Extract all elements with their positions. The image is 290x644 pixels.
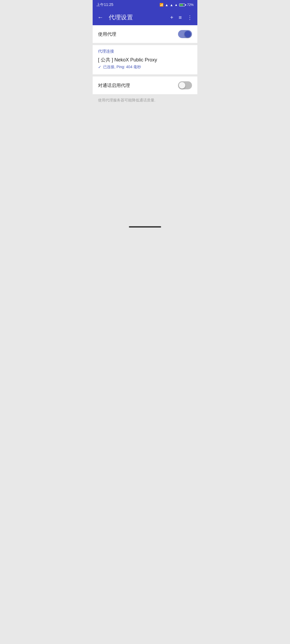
proxy-name: [ 公共 ] NekoX Public Proxy <box>98 57 192 63</box>
content: 使用代理 代理连接 [ 公共 ] NekoX Public Proxy ✓ 已连… <box>93 25 197 223</box>
proxy-section-title: 代理连接 <box>98 49 192 54</box>
battery-percent: 72% <box>187 3 194 7</box>
add-button[interactable]: + <box>168 12 176 23</box>
proxy-connection-section[interactable]: 代理连接 [ 公共 ] NekoX Public Proxy ✓ 已连接, Pi… <box>93 45 197 74</box>
calls-note: 使用代理服务器可能降低通话质量. <box>93 94 197 107</box>
calls-proxy-row: 对通话启用代理 <box>93 76 197 94</box>
calls-proxy-section: 对通话启用代理 <box>93 76 197 94</box>
use-proxy-row: 使用代理 <box>93 25 197 43</box>
use-proxy-label: 使用代理 <box>98 31 116 37</box>
status-time: 上午11:25 <box>96 2 113 7</box>
more-button[interactable]: ⋮ <box>185 12 195 23</box>
calls-proxy-label: 对通话启用代理 <box>98 82 130 89</box>
use-proxy-toggle[interactable] <box>178 30 192 38</box>
proxy-status: ✓ 已连接, Ping: 404 毫秒 <box>98 65 192 69</box>
bluetooth-icon: 📶 <box>160 3 164 7</box>
use-proxy-thumb <box>184 31 191 37</box>
use-proxy-section: 使用代理 <box>93 25 197 43</box>
signal2-icon: ▲ <box>170 3 173 7</box>
page-title: 代理设置 <box>109 13 165 21</box>
calls-proxy-thumb <box>179 82 185 89</box>
check-icon: ✓ <box>98 65 102 69</box>
app-bar-actions: + ≡ ⋮ <box>168 12 195 23</box>
status-bar: 上午11:25 📶 ▲ ▲ ▲ 72% <box>93 0 197 10</box>
battery-indicator: 72% <box>179 3 194 7</box>
proxy-status-text: 已连接, Ping: 404 毫秒 <box>103 65 141 69</box>
status-icons: 📶 ▲ ▲ ▲ 72% <box>160 3 194 7</box>
home-bar <box>129 226 161 228</box>
home-indicator <box>93 223 197 231</box>
back-button[interactable]: ← <box>95 12 106 23</box>
calls-proxy-toggle[interactable] <box>178 81 192 89</box>
app-bar: ← 代理设置 + ≡ ⋮ <box>93 10 197 25</box>
wifi-icon: ▲ <box>175 3 178 7</box>
signal1-icon: ▲ <box>165 3 168 7</box>
menu-button[interactable]: ≡ <box>176 12 184 23</box>
